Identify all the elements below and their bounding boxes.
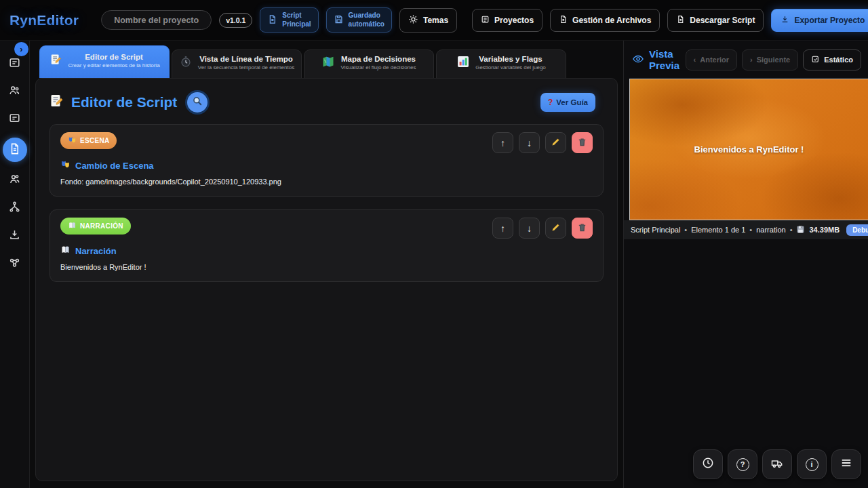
move-up-button[interactable]: ↑ — [492, 132, 513, 153]
truck-button[interactable] — [762, 449, 792, 479]
status-size: 34.39MB — [809, 226, 840, 234]
tab-title: Mapa de Decisiones — [341, 54, 416, 65]
tab-subtitle: Crear y editar elementos de la historia — [68, 62, 159, 70]
checkbox-icon — [811, 55, 820, 65]
sidebar-item-script[interactable] — [3, 138, 27, 162]
script-selector-button[interactable]: Script Principal — [260, 7, 318, 33]
map-icon — [321, 55, 335, 71]
history-button[interactable] — [693, 449, 723, 479]
question-icon: ? — [736, 458, 749, 471]
element-title: Cambio de Escena — [60, 159, 593, 171]
file-icon — [267, 14, 277, 26]
sidebar-item-flow[interactable] — [5, 199, 24, 218]
themes-button[interactable]: Temas — [399, 8, 457, 33]
sidebar-item-dialogs[interactable] — [5, 110, 24, 129]
chevron-left-icon: ‹ — [694, 56, 696, 64]
project-name-input[interactable] — [101, 10, 212, 30]
characters-icon — [8, 84, 21, 100]
projects-label: Proyectos — [494, 16, 534, 25]
autosave-line1: Guardado — [349, 12, 384, 20]
pencil-icon — [551, 137, 561, 149]
masks-icon — [68, 136, 77, 146]
preview-nav: ‹ Anterior › Siguiente Estático — [686, 49, 861, 70]
downloads-icon — [8, 228, 21, 244]
tab-timeline[interactable]: Vista de Línea de Tiempo Ver la secuenci… — [172, 49, 302, 78]
preview-screen-text: Bienvenidos a RynEditor ! — [694, 144, 804, 155]
preview-title: Vista Previa — [632, 48, 680, 71]
clock-icon — [701, 456, 715, 472]
sidebar-item-downloads[interactable] — [5, 226, 24, 245]
export-project-button[interactable]: Exportar Proyecto — [771, 9, 868, 32]
sidebar-item-cards[interactable] — [5, 54, 24, 73]
sidebar-item-community[interactable] — [5, 254, 24, 273]
prev-button[interactable]: ‹ Anterior — [686, 49, 737, 70]
prev-label: Anterior — [700, 56, 729, 64]
delete-button[interactable] — [572, 218, 593, 239]
tab-subtitle: Visualizar el flujo de decisiones — [340, 64, 416, 72]
script-editor-panel: Editor de Script ? Ver Guía ESCENA — [35, 78, 618, 481]
page-title: Editor de Script — [48, 93, 177, 113]
tab-bar: Editor de Script Crear y editar elemento… — [30, 41, 623, 78]
script-element-card: NARRACIÓN ↑ ↓ Narració — [50, 209, 604, 282]
preview-title-text: Vista Previa — [649, 48, 680, 71]
truck-icon — [770, 456, 784, 472]
document-icon — [559, 15, 568, 26]
save-icon — [334, 14, 344, 26]
move-down-button[interactable]: ↓ — [519, 218, 540, 239]
tab-script-editor[interactable]: Editor de Script Crear y editar elemento… — [39, 45, 170, 78]
card-actions: ↑ ↓ — [492, 132, 593, 153]
help-button[interactable]: ? — [728, 449, 757, 479]
debug-badge[interactable]: Debug — [846, 224, 868, 236]
sidebar-toggle-button[interactable]: › — [14, 42, 28, 56]
edit-button[interactable] — [545, 132, 566, 153]
status-script-name: Script Principal — [631, 226, 680, 234]
separator: • — [684, 226, 687, 234]
main-area: Editor de Script Crear y editar elemento… — [30, 41, 624, 488]
download-script-label: Descargar Script — [690, 16, 755, 25]
autosave-line2: automático — [349, 20, 384, 29]
pencil-icon — [551, 222, 561, 235]
static-mode-label: Estático — [824, 56, 853, 64]
list-icon — [481, 15, 490, 26]
trash-icon — [577, 222, 587, 235]
ryneditor-app: RynEditor v1.0.1 Script Principal Guarda… — [0, 0, 868, 488]
element-title: Narración — [60, 245, 593, 257]
card-actions: ↑ ↓ — [492, 218, 593, 239]
element-type-label: NARRACIÓN — [80, 222, 123, 230]
info-button[interactable]: i — [797, 449, 827, 479]
view-guide-label: Ver Guía — [556, 98, 588, 106]
sidebar-item-cast[interactable] — [5, 171, 24, 190]
sidebar-item-characters[interactable] — [5, 82, 24, 101]
separator: • — [790, 226, 793, 234]
memo-icon — [49, 53, 62, 69]
tab-variables-flags[interactable]: Variables y Flags Gestionar variables de… — [436, 49, 566, 78]
autosave-button[interactable]: Guardado automático — [326, 7, 392, 33]
question-icon: ? — [548, 98, 553, 107]
info-icon: i — [806, 458, 818, 471]
element-type-badge: NARRACIÓN — [60, 218, 131, 235]
app-logo: RynEditor — [9, 12, 79, 28]
tab-title: Vista de Línea de Tiempo — [199, 54, 293, 65]
download-script-button[interactable]: Descargar Script — [667, 9, 764, 32]
menu-button[interactable] — [831, 449, 861, 479]
preview-status-bar: Script Principal • Elemento 1 de 1 • nar… — [624, 220, 868, 239]
magnifier-icon — [191, 95, 203, 110]
download-icon — [781, 15, 789, 26]
preview-panel: Vista Previa ‹ Anterior › Siguiente Está… — [624, 41, 868, 488]
projects-button[interactable]: Proyectos — [472, 9, 542, 32]
next-button[interactable]: › Siguiente — [742, 49, 798, 70]
search-button[interactable] — [185, 90, 210, 115]
tab-decision-map[interactable]: Mapa de Decisiones Visualizar el flujo d… — [304, 49, 434, 78]
chevron-right-icon: › — [750, 56, 753, 64]
file-manager-label: Gestión de Archivos — [572, 16, 651, 25]
file-manager-button[interactable]: Gestión de Archivos — [550, 9, 660, 32]
static-mode-button[interactable]: Estático — [803, 49, 861, 70]
move-down-button[interactable]: ↓ — [519, 132, 540, 153]
tab-title: Variables y Flags — [479, 54, 542, 65]
element-title-text: Cambio de Escena — [75, 161, 154, 171]
edit-button[interactable] — [545, 218, 566, 239]
delete-button[interactable] — [572, 132, 593, 153]
view-guide-button[interactable]: ? Ver Guía — [540, 93, 595, 112]
floppy-icon — [796, 225, 805, 235]
move-up-button[interactable]: ↑ — [492, 218, 513, 239]
